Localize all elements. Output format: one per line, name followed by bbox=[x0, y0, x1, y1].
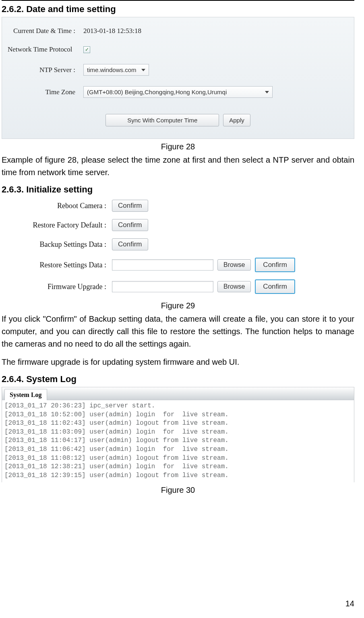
ntp-server-label: NTP Server : bbox=[8, 66, 78, 74]
ntp-checkbox[interactable]: ✓ bbox=[83, 46, 90, 53]
heading-date-time: 2.6.2. Date and time setting bbox=[2, 4, 354, 14]
system-log-tabbar: System Log bbox=[2, 387, 354, 400]
section-263-body-1: If you click "Confirm" of Backup setting… bbox=[2, 313, 354, 350]
reboot-label: Reboot Camera : bbox=[6, 202, 108, 210]
chevron-down-icon bbox=[141, 69, 145, 71]
timezone-select[interactable]: (GMT+08:00) Beijing,Chongqing,Hong Kong,… bbox=[83, 86, 273, 98]
ntp-server-value: time.windows.com bbox=[87, 66, 136, 73]
heading-system-log: 2.6.4. System Log bbox=[2, 374, 354, 384]
timezone-value: (GMT+08:00) Beijing,Chongqing,Hong Kong,… bbox=[87, 89, 227, 95]
heading-initialize: 2.6.3. Initialize setting bbox=[2, 184, 354, 195]
firmware-label: Firmware Upgrade : bbox=[6, 283, 108, 291]
tab-system-log[interactable]: System Log bbox=[4, 389, 47, 400]
firmware-browse-button[interactable]: Browse bbox=[217, 281, 251, 292]
firmware-input[interactable] bbox=[112, 281, 213, 292]
figure-29-caption: Figure 29 bbox=[2, 301, 354, 310]
initialize-panel: Reboot Camera : Confirm Restore Factory … bbox=[2, 200, 354, 294]
restore-factory-confirm-button[interactable]: Confirm bbox=[112, 219, 148, 231]
check-icon: ✓ bbox=[85, 47, 89, 53]
system-log-panel: System Log [2013_01_17 20:36:23] ipc_ser… bbox=[2, 387, 354, 482]
figure-28-caption: Figure 28 bbox=[2, 142, 354, 151]
restore-factory-label: Restore Factory Default : bbox=[6, 221, 108, 229]
backup-label: Backup Settings Data : bbox=[6, 240, 108, 249]
timezone-label: Time Zone bbox=[8, 88, 78, 96]
ntp-server-select[interactable]: time.windows.com bbox=[83, 64, 149, 76]
backup-confirm-button[interactable]: Confirm bbox=[112, 238, 148, 250]
page-number: 14 bbox=[345, 599, 354, 608]
sync-button[interactable]: Sync With Computer Time bbox=[105, 114, 219, 126]
firmware-confirm-button[interactable]: Confirm bbox=[255, 279, 295, 294]
restore-browse-button[interactable]: Browse bbox=[217, 259, 251, 271]
current-datetime-value: 2013-01-18 12:53:18 bbox=[83, 27, 141, 35]
chevron-down-icon bbox=[265, 91, 269, 93]
reboot-confirm-button[interactable]: Confirm bbox=[112, 200, 148, 212]
date-time-panel: Current Date & Time : 2013-01-18 12:53:1… bbox=[2, 17, 354, 139]
section-262-body: Example of figure 28, please select the … bbox=[2, 154, 354, 179]
restore-data-label: Restore Settings Data : bbox=[6, 261, 108, 269]
ntp-label: Network Time Protocol bbox=[8, 45, 78, 54]
section-263-body-2: The firmware upgrade is for updating sys… bbox=[2, 356, 354, 368]
current-datetime-label: Current Date & Time : bbox=[8, 27, 78, 35]
figure-30-caption: Figure 30 bbox=[2, 486, 354, 495]
system-log-body: [2013_01_17 20:36:23] ipc_server start. … bbox=[2, 400, 354, 482]
restore-data-input[interactable] bbox=[112, 259, 213, 271]
restore-data-confirm-button[interactable]: Confirm bbox=[255, 258, 295, 272]
apply-button[interactable]: Apply bbox=[223, 114, 250, 126]
